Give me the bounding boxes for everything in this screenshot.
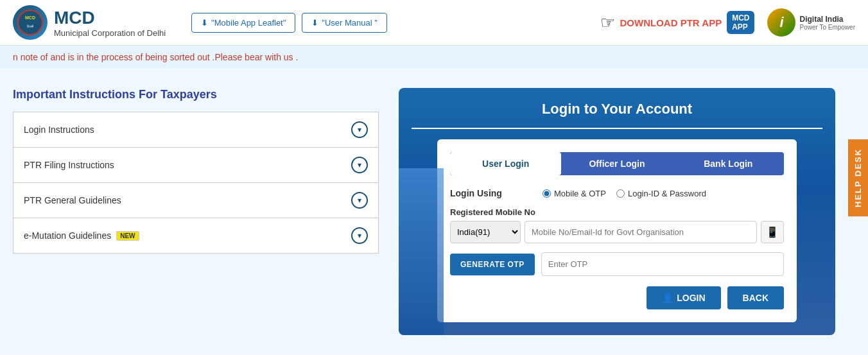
- help-desk-sidebar[interactable]: HELP DESK: [848, 139, 868, 216]
- alert-text: n note of and is in the process of being…: [13, 52, 298, 62]
- accordion-item-emutation[interactable]: e-Mutation Guidelines NEW ▾: [13, 218, 378, 253]
- download-icon2: ⬇: [311, 18, 318, 28]
- site-subtitle: Municipal Corporation of Delhi: [54, 28, 166, 38]
- site-header: MCD दिल्ली MCD Municipal Corporation of …: [0, 0, 868, 46]
- login-title: Login to Your Account: [412, 101, 822, 117]
- tab-user-login[interactable]: User Login: [450, 152, 561, 175]
- chevron-down-icon-emutation[interactable]: ▾: [351, 227, 368, 244]
- login-using-row: Login Using Mobile & OTP Login-ID & Pass…: [450, 188, 784, 198]
- ptr-app-badge: MCD APP: [727, 11, 754, 34]
- accordion-label-ptr-guidelines: PTR General Guidelines: [24, 195, 121, 205]
- radio-login-id-input[interactable]: [616, 189, 625, 198]
- accordion-item-ptr-filing[interactable]: PTR Filing Instructions ▾: [13, 148, 378, 183]
- blue-sidebar-decor: [399, 168, 444, 335]
- radio-mobile-otp[interactable]: Mobile & OTP: [542, 189, 606, 198]
- login-container: Login to Your Account User Login Officer…: [399, 88, 835, 335]
- pointing-hand-icon: ☞: [600, 13, 615, 33]
- site-name: MCD: [54, 8, 166, 28]
- alert-bar: n note of and is in the process of being…: [0, 46, 868, 69]
- back-button[interactable]: BACK: [727, 286, 784, 309]
- main-content: Important Instructions For Taxpayers Log…: [0, 69, 868, 354]
- svg-point-0: [18, 10, 42, 35]
- country-select[interactable]: India(91): [450, 221, 521, 243]
- login-using-label: Login Using: [450, 188, 534, 198]
- digital-india-area: i Digital India Power To Empower: [767, 8, 855, 37]
- login-card: User Login Officer Login Bank Login Logi…: [437, 139, 797, 322]
- radio-login-id[interactable]: Login-ID & Password: [616, 189, 706, 198]
- tab-bank-login[interactable]: Bank Login: [673, 152, 784, 175]
- svg-text:दिल्ली: दिल्ली: [26, 24, 34, 28]
- mobile-input-row: India(91) 📱: [450, 221, 784, 243]
- right-panel: Login to Your Account User Login Officer…: [379, 88, 855, 335]
- mobile-phone-icon: 📱: [766, 226, 779, 238]
- mcd-logo: MCD दिल्ली: [13, 5, 48, 40]
- mobile-input[interactable]: [525, 221, 757, 243]
- login-radio-group: Mobile & OTP Login-ID & Password: [542, 189, 706, 198]
- chevron-down-icon-ptr-guidelines[interactable]: ▾: [351, 192, 368, 209]
- mobile-icon-button[interactable]: 📱: [761, 221, 784, 243]
- accordion-label-emutation: e-Mutation Guidelines NEW: [24, 230, 139, 241]
- user-icon: 👤: [662, 293, 673, 303]
- digital-india-label: Digital India: [799, 15, 855, 24]
- mobile-leaflet-button[interactable]: ⬇ "Mobile App Leaflet": [191, 13, 295, 33]
- header-buttons: ⬇ "Mobile App Leaflet" ⬇ "User Manual ": [191, 13, 387, 33]
- manual-btn-label: "User Manual ": [322, 18, 378, 28]
- accordion-item-login[interactable]: Login Instructions ▾: [13, 112, 378, 148]
- radio-mobile-otp-input[interactable]: [542, 189, 551, 198]
- chevron-down-icon-ptr-filing[interactable]: ▾: [351, 157, 368, 173]
- left-panel: Important Instructions For Taxpayers Log…: [13, 88, 379, 335]
- digital-india-icon: i: [767, 8, 795, 37]
- otp-row: GENERATE OTP: [450, 252, 784, 276]
- ptr-app-area: ☞ DOWNLOAD PTR APP MCD APP: [600, 11, 755, 34]
- mcd-emblem-icon: MCD दिल्ली: [17, 10, 43, 35]
- action-row: 👤 LOGIN BACK: [450, 286, 784, 309]
- instructions-title: Important Instructions For Taxpayers: [13, 88, 379, 101]
- tab-officer-login[interactable]: Officer Login: [561, 152, 672, 175]
- accordion-label-ptr-filing: PTR Filing Instructions: [24, 160, 114, 170]
- accordion-list: Login Instructions ▾ PTR Filing Instruct…: [13, 112, 379, 254]
- mcd-badge-label: MCD: [732, 13, 749, 22]
- app-badge-label: APP: [732, 22, 748, 31]
- login-tabs: User Login Officer Login Bank Login: [450, 152, 784, 175]
- user-manual-button[interactable]: ⬇ "User Manual ": [302, 13, 387, 33]
- radio-loginid-label: Login-ID & Password: [628, 189, 706, 198]
- chevron-down-icon-login[interactable]: ▾: [351, 121, 368, 138]
- login-button[interactable]: 👤 LOGIN: [647, 286, 720, 309]
- mobile-field-label: Registered Mobile No: [450, 207, 784, 217]
- radio-mobile-label: Mobile & OTP: [554, 189, 606, 198]
- digital-india-text-area: Digital India Power To Empower: [799, 15, 855, 31]
- download-icon: ⬇: [201, 18, 208, 28]
- svg-text:MCD: MCD: [25, 15, 35, 20]
- logo-area: MCD दिल्ली MCD Municipal Corporation of …: [13, 5, 166, 40]
- otp-input[interactable]: [541, 252, 784, 276]
- new-badge: NEW: [116, 231, 139, 241]
- accordion-item-ptr-guidelines[interactable]: PTR General Guidelines ▾: [13, 183, 378, 218]
- digital-india-sublabel: Power To Empower: [799, 24, 855, 31]
- generate-otp-button[interactable]: GENERATE OTP: [450, 254, 535, 275]
- accordion-label-login: Login Instructions: [24, 125, 94, 135]
- leaflet-btn-label: "Mobile App Leaflet": [211, 18, 286, 28]
- login-divider: [412, 128, 822, 129]
- logo-text-area: MCD Municipal Corporation of Delhi: [54, 8, 166, 38]
- ptr-app-text: DOWNLOAD PTR APP: [620, 17, 722, 28]
